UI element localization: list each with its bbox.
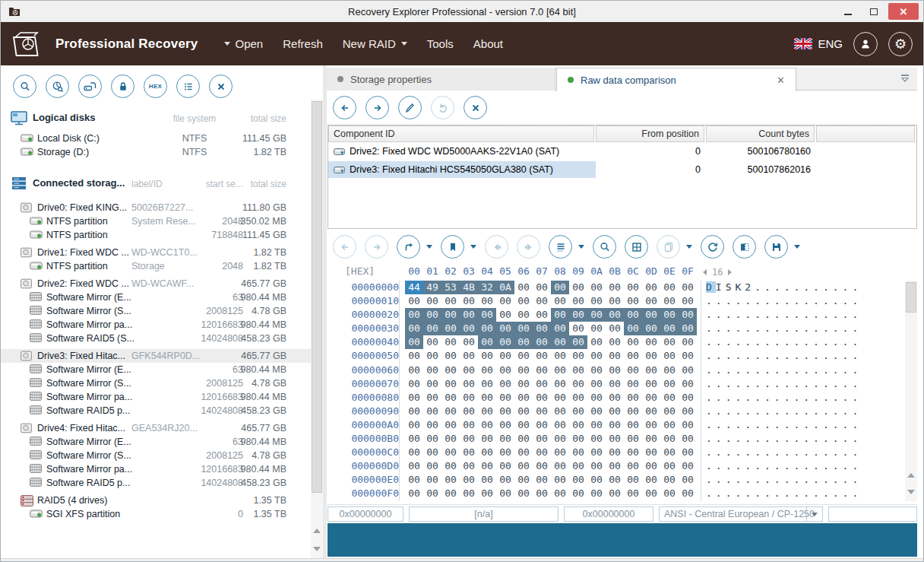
hex-byte-cell[interactable]: 00	[679, 418, 697, 432]
hex-byte-cell[interactable]: 00	[606, 349, 624, 363]
hex-byte-cell[interactable]: 00	[642, 391, 660, 405]
hex-byte-cell[interactable]: 00	[441, 446, 460, 459]
hex-byte-cell[interactable]: 00	[460, 308, 478, 322]
hex-byte-cell[interactable]: 00	[478, 405, 496, 418]
hex-byte-cell[interactable]: 00	[624, 281, 642, 294]
column-count-bytes[interactable]: Count bytes	[706, 125, 816, 142]
hex-byte-cell[interactable]: 00	[478, 446, 496, 459]
tab-list-button[interactable]	[899, 73, 911, 84]
hex-byte-cell[interactable]: 00	[478, 377, 496, 391]
hex-byte-cell[interactable]: 00	[679, 459, 697, 473]
pager-left-icon[interactable]	[703, 269, 707, 275]
hex-byte-cell[interactable]: 00	[533, 418, 551, 432]
hex-byte-cell[interactable]: 00	[606, 281, 624, 294]
hex-byte-cell[interactable]: 00	[551, 377, 569, 391]
hex-ascii-column[interactable]: ................	[706, 473, 862, 487]
hex-byte-cell[interactable]: 00	[478, 322, 496, 335]
hex-byte-cell[interactable]: 00	[551, 459, 569, 473]
tree-scrollbar-thumb[interactable]	[312, 101, 322, 493]
tree-scrollbar[interactable]	[311, 100, 323, 558]
maximize-button[interactable]	[862, 3, 885, 20]
hex-byte-cell[interactable]: 00	[660, 391, 679, 405]
hex-byte-cell[interactable]: 00	[460, 377, 478, 391]
view-options-dropdown-icon[interactable]	[578, 245, 584, 249]
hex-byte-cell[interactable]: 00	[533, 349, 551, 363]
hex-byte-cell[interactable]: 00	[496, 322, 514, 335]
hex-byte-cell[interactable]: 00	[551, 294, 569, 308]
save-dropdown-icon[interactable]	[794, 245, 800, 249]
disk-image-button[interactable]	[78, 75, 102, 98]
hex-byte-cell[interactable]: 00	[496, 432, 514, 446]
hex-byte-cell[interactable]: 00	[405, 391, 423, 405]
hex-byte-cell[interactable]: 00	[460, 418, 478, 432]
hex-ascii-column[interactable]: ................	[706, 391, 862, 405]
tree-row[interactable]: Storage (D:)NTFS1.82 TB	[1, 145, 311, 159]
hex-byte-cell[interactable]: 00	[478, 391, 496, 405]
hex-byte-cell[interactable]: 00	[679, 364, 697, 377]
hex-byte-cell[interactable]: 00	[569, 446, 587, 459]
hex-ascii-column[interactable]: ................	[706, 349, 862, 363]
hex-byte-cell[interactable]: 00	[405, 335, 423, 349]
tree-row[interactable]: SGI XFS partition01.35 TB	[1, 507, 311, 521]
hex-byte-cell[interactable]: 00	[405, 405, 423, 418]
hex-byte-cell[interactable]: 00	[569, 281, 587, 294]
hex-ascii-column[interactable]: ................	[706, 377, 862, 391]
hex-view-button[interactable]: HEX	[144, 75, 167, 98]
hex-forward-button[interactable]	[365, 235, 388, 259]
hex-byte-cell[interactable]: 00	[551, 364, 569, 377]
hex-byte-cell[interactable]: 00	[569, 364, 587, 377]
hex-byte-cell[interactable]: 00	[642, 405, 660, 418]
hex-byte-cell[interactable]: 00	[441, 391, 460, 405]
hex-byte-cell[interactable]: 00	[441, 377, 460, 391]
hex-byte-cell[interactable]: 00	[660, 377, 679, 391]
hex-byte-cell[interactable]: 00	[533, 322, 551, 335]
hex-byte-cell[interactable]: 00	[642, 418, 660, 432]
selection-mode-button[interactable]	[733, 235, 756, 259]
hex-byte-cell[interactable]: 00	[660, 322, 679, 335]
hex-byte-cell[interactable]: 00	[405, 349, 423, 363]
column-component-id[interactable]: Component ID	[328, 125, 596, 142]
tree-row[interactable]: Drive0: Fixed KING...50026B7227...111.80…	[1, 201, 311, 214]
hex-byte-cell[interactable]: 00	[405, 459, 423, 473]
hex-byte-cell[interactable]: 00	[624, 405, 642, 418]
hex-byte-cell[interactable]: 00	[478, 335, 496, 349]
hex-byte-cell[interactable]: 00	[587, 446, 606, 459]
hex-byte-cell[interactable]: 00	[441, 364, 460, 377]
hex-byte-cell[interactable]: 00	[660, 459, 679, 473]
hex-byte-cell[interactable]: 00	[624, 364, 642, 377]
menu-tools[interactable]: Tools	[427, 37, 454, 50]
hex-byte-cell[interactable]: 00	[551, 446, 569, 459]
hex-byte-cell[interactable]: 00	[679, 405, 697, 418]
tree-row[interactable]: NTFS partitionStorage20481.82 TB	[1, 259, 311, 273]
hex-byte-cell[interactable]: 00	[660, 308, 679, 322]
hex-byte-cell[interactable]: 00	[423, 432, 441, 446]
hex-byte-cell[interactable]: 00	[660, 473, 679, 487]
user-account-button[interactable]	[853, 32, 878, 56]
hex-byte-cell[interactable]: 00	[587, 432, 606, 446]
hex-scroll-up-button[interactable]	[905, 468, 917, 483]
hex-byte-cell[interactable]: 00	[624, 446, 642, 459]
hex-byte-cell[interactable]: 00	[606, 322, 624, 335]
tree-row[interactable]: Local Disk (C:)NTFS111.45 GB	[1, 132, 311, 145]
menu-refresh[interactable]: Refresh	[283, 37, 323, 50]
hex-byte-cell[interactable]: 00	[606, 432, 624, 446]
hex-byte-cell[interactable]: 00	[496, 446, 514, 459]
hex-byte-cell[interactable]: 00	[569, 322, 587, 335]
hex-byte-cell[interactable]: 00	[533, 294, 551, 308]
hex-byte-cell[interactable]: 00	[533, 391, 551, 405]
hex-byte-cell[interactable]: 00	[551, 281, 569, 294]
hex-byte-cell[interactable]: 00	[533, 377, 551, 391]
settings-button[interactable]: ⚙	[888, 32, 913, 56]
hex-byte-cell[interactable]: 00	[606, 487, 624, 500]
hex-byte-cell[interactable]: 00	[514, 418, 533, 432]
hex-byte-cell[interactable]: 00	[441, 459, 460, 473]
hex-byte-cell[interactable]: 00	[478, 364, 496, 377]
hex-byte-cell[interactable]: 00	[606, 405, 624, 418]
hex-byte-cell[interactable]: 00	[587, 459, 606, 473]
hex-byte-cell[interactable]: 00	[587, 349, 606, 363]
hex-byte-cell[interactable]: 00	[587, 308, 606, 322]
hex-byte-cell[interactable]: 00	[587, 377, 606, 391]
minimize-button[interactable]	[837, 3, 859, 20]
goto-dropdown-icon[interactable]	[426, 245, 432, 249]
hex-byte-cell[interactable]: 00	[642, 446, 660, 459]
